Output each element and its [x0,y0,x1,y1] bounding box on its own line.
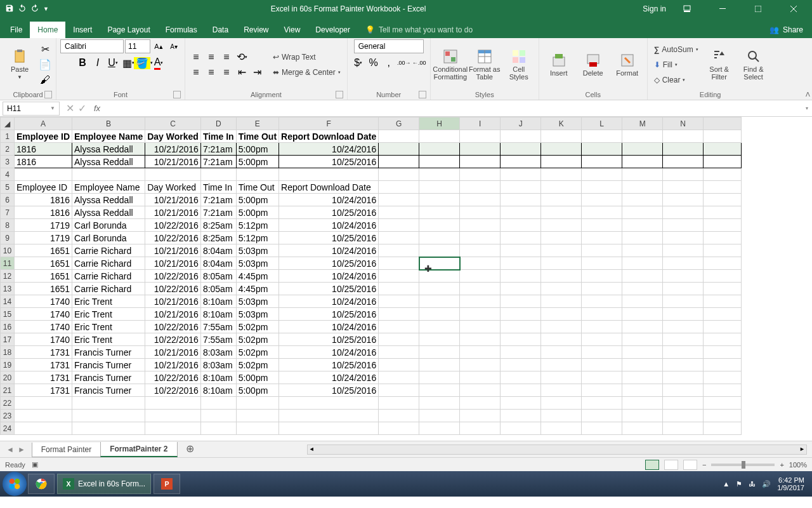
cell[interactable] [622,295,663,308]
fill-color-button[interactable]: 🪣▾ [136,56,150,70]
cell[interactable]: Carrie Richard [72,257,145,270]
cell[interactable] [501,257,541,270]
row-header-16[interactable]: 16 [1,321,15,333]
cell[interactable]: 8:10am [200,384,236,397]
cell[interactable] [622,308,663,321]
find-select-button[interactable]: Find & Select [738,44,769,86]
cell[interactable]: 5:03pm [236,308,278,321]
row-header-9[interactable]: 9 [1,232,15,244]
cell[interactable] [379,333,419,346]
cell[interactable] [145,410,201,422]
cell[interactable]: Francis Turner [72,359,145,371]
cell[interactable] [460,206,501,219]
row-header-21[interactable]: 21 [1,384,15,397]
cell[interactable] [663,346,704,359]
cell[interactable]: 8:03am [200,346,236,359]
cell[interactable] [622,270,663,283]
cell[interactable] [501,371,541,384]
cell[interactable]: 10/21/2016 [145,244,201,257]
cell[interactable] [419,422,460,435]
cell[interactable] [279,422,379,435]
cell[interactable]: 10/24/2016 [279,371,379,384]
row-header-1[interactable]: 1 [1,130,15,143]
cell[interactable] [622,143,663,156]
cell[interactable] [419,232,460,244]
cell[interactable]: Employee ID [15,130,72,143]
cell[interactable] [501,270,541,283]
maximize-icon[interactable] [743,0,773,18]
cell[interactable]: 8:10am [200,295,236,308]
signin-link[interactable]: Sign in [643,4,666,13]
cell[interactable] [582,333,622,346]
font-launcher[interactable] [173,91,181,98]
cell[interactable] [200,397,236,410]
cell[interactable] [15,410,72,422]
cell[interactable] [663,219,704,232]
cell[interactable]: Francis Turner [72,371,145,384]
cell[interactable]: 5:00pm [236,384,278,397]
font-color-button[interactable]: A▾ [152,56,166,70]
cell[interactable]: 10/25/2016 [279,308,379,321]
cell[interactable] [419,321,460,333]
cell[interactable] [582,410,622,422]
cell[interactable] [541,194,582,206]
cell[interactable] [663,181,704,194]
cell[interactable]: 10/22/2016 [145,333,201,346]
start-button[interactable] [3,472,27,496]
cell[interactable] [379,206,419,219]
cell[interactable]: 10/22/2016 [145,321,201,333]
cell[interactable] [582,181,622,194]
cell[interactable] [622,371,663,384]
tray-clock[interactable]: 6:42 PM 1/9/2017 [777,476,804,491]
cell[interactable] [501,232,541,244]
cell[interactable] [379,219,419,232]
number-launcher[interactable] [419,91,426,98]
cell[interactable] [379,244,419,257]
select-all[interactable]: ◢ [1,117,15,130]
align-center-icon[interactable]: ≡ [204,65,218,79]
cell[interactable] [541,130,582,143]
cell[interactable] [419,206,460,219]
cell[interactable] [460,333,501,346]
cell[interactable] [460,346,501,359]
col-header-E[interactable]: E [236,117,278,130]
cell[interactable]: 10/24/2016 [279,219,379,232]
col-header-I[interactable]: I [460,117,501,130]
cell[interactable]: 5:12pm [236,232,278,244]
row-header-22[interactable]: 22 [1,397,15,410]
fill-button[interactable]: ⬇Fill▾ [652,58,701,72]
cancel-formula-icon[interactable]: ✕ [66,102,74,114]
cell[interactable]: 10/24/2016 [279,244,379,257]
cell[interactable] [541,384,582,397]
cell[interactable] [663,371,704,384]
fx-icon[interactable]: fx [90,104,104,113]
cell[interactable]: 10/22/2016 [145,371,201,384]
comma-icon[interactable]: , [382,56,396,70]
increase-indent-icon[interactable]: ⇥ [250,65,264,79]
row-header-24[interactable]: 24 [1,422,15,435]
zoom-slider[interactable] [711,464,775,466]
cell[interactable]: Alyssa Reddall [72,206,145,219]
cell[interactable] [582,346,622,359]
cell[interactable] [419,257,460,270]
cell[interactable] [622,257,663,270]
cell[interactable]: 8:03am [200,359,236,371]
cell[interactable] [582,295,622,308]
cell[interactable] [541,244,582,257]
merge-center-button[interactable]: ⬌Merge & Center▾ [270,65,343,79]
row-header-13[interactable]: 13 [1,283,15,295]
cell[interactable] [663,194,704,206]
cell[interactable] [582,244,622,257]
tray-flag-icon[interactable]: ⚑ [736,480,742,488]
cell[interactable] [501,181,541,194]
tray-volume-icon[interactable]: 🔊 [762,480,771,488]
minimize-icon[interactable] [708,0,737,18]
new-sheet-button[interactable]: ⊕ [177,440,203,457]
cell[interactable]: 5:00pm [236,371,278,384]
row-header-10[interactable]: 10 [1,244,15,257]
row-header-23[interactable]: 23 [1,410,15,422]
zoom-in-icon[interactable]: + [780,461,783,469]
col-header-K[interactable]: K [541,117,582,130]
cell[interactable]: 10/25/2016 [279,333,379,346]
cell[interactable] [279,397,379,410]
